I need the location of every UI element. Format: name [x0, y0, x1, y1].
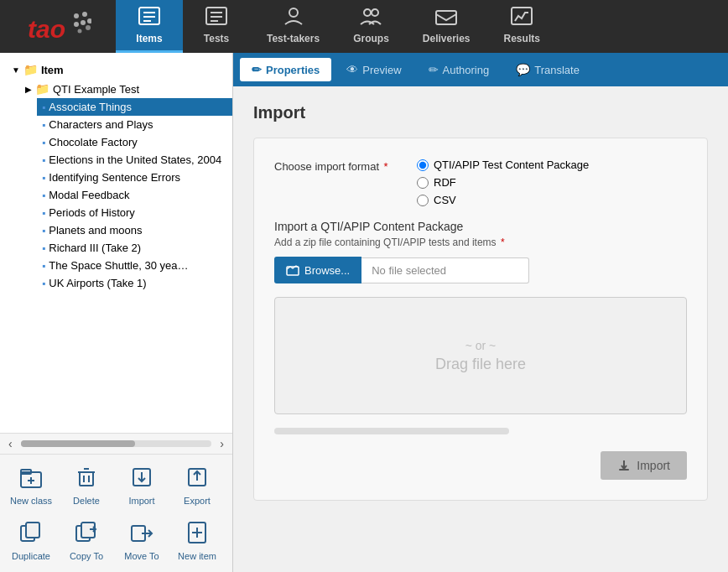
- required-star: *: [381, 160, 388, 173]
- svg-rect-46: [619, 469, 629, 471]
- list-item[interactable]: ▪ Elections in the United States, 2004: [37, 151, 232, 169]
- format-label-text: Choose import format: [274, 160, 379, 173]
- new-class-icon: [19, 465, 43, 494]
- deliveries-icon: [434, 6, 458, 31]
- nav-item-deliveries[interactable]: Deliveries: [406, 0, 487, 53]
- svg-point-6: [86, 25, 91, 30]
- list-item[interactable]: ▪ UK Airports (Take 1): [37, 274, 232, 292]
- item-label: The Space Shuttle, 30 years of adventur: [49, 259, 191, 272]
- doc-icon: ▪: [42, 190, 45, 201]
- list-item[interactable]: ▪ Identifying Sentence Errors: [37, 169, 232, 186]
- radio-group: QTI/APIP Test Content Package RDF CSV: [417, 159, 589, 206]
- scroll-right-btn[interactable]: ›: [215, 435, 229, 452]
- list-item[interactable]: ▪ Modal Feedback: [37, 186, 232, 204]
- list-item[interactable]: ▪ Associate Things: [37, 98, 232, 116]
- authoring-icon: ✏: [429, 63, 439, 76]
- file-name-display: No file selected: [361, 257, 529, 283]
- doc-icon: ▪: [42, 260, 45, 272]
- required-star2: *: [498, 237, 505, 248]
- list-item[interactable]: ▪ The Space Shuttle, 30 years of adventu…: [37, 257, 232, 274]
- list-item[interactable]: ▪ Periods of History: [37, 204, 232, 221]
- tab-authoring[interactable]: ✏ Authoring: [417, 58, 502, 81]
- new-item-icon: [185, 521, 209, 549]
- delete-button[interactable]: Delete: [60, 460, 112, 512]
- section-title: Import a QTI/APIP Content Package: [274, 220, 687, 233]
- main-layout: ▼ 📁 Item ▶ 📁 QTI Example Test ▪: [0, 53, 728, 572]
- import-icon: [130, 465, 153, 494]
- import-action-row: Import: [274, 451, 687, 480]
- doc-icon: ▪: [42, 119, 45, 131]
- export-button[interactable]: Export: [171, 460, 223, 512]
- item-label: Richard III (Take 2): [49, 242, 141, 254]
- nav-item-groups[interactable]: Groups: [336, 0, 406, 53]
- tab-preview-label: Preview: [362, 64, 401, 76]
- radio-csv-label: CSV: [434, 194, 456, 206]
- move-to-icon: [130, 521, 153, 549]
- action-bar: New class Delete Import Export: [0, 454, 232, 572]
- branch-label: QTI Example Test: [53, 83, 139, 96]
- duplicate-label: Duplicate: [12, 551, 50, 561]
- radio-csv-input[interactable]: [417, 195, 429, 206]
- browse-label: Browse...: [304, 264, 350, 277]
- scroll-left-btn[interactable]: ‹: [3, 435, 18, 452]
- svg-rect-25: [80, 472, 93, 486]
- svg-rect-35: [26, 523, 39, 538]
- new-class-button[interactable]: New class: [5, 460, 57, 512]
- item-label: Modal Feedback: [49, 189, 129, 201]
- item-label: Associate Things: [49, 101, 132, 113]
- list-item[interactable]: ▪ Richard III (Take 2): [37, 239, 232, 257]
- doc-icon: ▪: [42, 172, 45, 184]
- copy-to-icon: [75, 521, 98, 549]
- radio-rdf[interactable]: RDF: [417, 176, 589, 189]
- nav-deliveries-label: Deliveries: [423, 33, 471, 44]
- tab-preview[interactable]: 👁 Preview: [335, 58, 413, 81]
- scroll-nav: ‹ ›: [0, 433, 232, 454]
- move-to-button[interactable]: Move To: [116, 515, 168, 567]
- preview-icon: 👁: [346, 63, 358, 76]
- import-button[interactable]: Import: [116, 460, 168, 512]
- svg-point-2: [82, 12, 87, 17]
- content-panel: Import Choose import format * QTI/APIP T…: [233, 86, 728, 572]
- svg-point-3: [87, 18, 91, 23]
- nav-test-takers-label: Test-takers: [267, 33, 320, 44]
- duplicate-button[interactable]: Duplicate: [5, 515, 57, 567]
- import-submit-icon: [617, 459, 631, 472]
- svg-point-5: [74, 22, 79, 27]
- root-label: Item: [41, 64, 64, 76]
- doc-icon: ▪: [42, 101, 45, 113]
- tab-translate[interactable]: 💬 Translate: [504, 58, 591, 81]
- drop-zone[interactable]: ~ or ~ Drag file here: [274, 297, 687, 414]
- tree-branch-item[interactable]: ▶ 📁 QTI Example Test: [20, 80, 232, 98]
- radio-csv[interactable]: CSV: [417, 194, 589, 206]
- nav-item-results[interactable]: Results: [487, 0, 557, 53]
- radio-qti-input[interactable]: [417, 159, 429, 171]
- svg-point-16: [289, 8, 298, 17]
- list-item[interactable]: ▪ Planets and moons: [37, 221, 232, 239]
- radio-qti[interactable]: QTI/APIP Test Content Package: [417, 159, 589, 171]
- tree-items-list: ▪ Associate Things ▪ Characters and Play…: [20, 98, 232, 292]
- copy-to-label: Copy To: [70, 551, 103, 561]
- browse-button[interactable]: Browse...: [274, 257, 361, 283]
- svg-text:tao: tao: [28, 15, 65, 43]
- page-title: Import: [253, 103, 708, 122]
- tree-branch: ▶ 📁 QTI Example Test ▪ Associate Things …: [7, 80, 232, 292]
- list-item[interactable]: ▪ Characters and Plays: [37, 116, 232, 133]
- doc-icon: ▪: [42, 225, 45, 237]
- root-toggle: ▼: [12, 65, 20, 75]
- list-item[interactable]: ▪ Chocolate Factory: [37, 133, 232, 151]
- scroll-thumb: [21, 440, 136, 447]
- svg-point-1: [74, 13, 79, 18]
- format-label: Choose import format *: [274, 159, 417, 173]
- tree-root-item[interactable]: ▼ 📁 Item: [7, 60, 232, 80]
- import-submit-button[interactable]: Import: [601, 451, 687, 480]
- nav-item-items[interactable]: Items: [116, 0, 183, 53]
- tab-properties[interactable]: ✏ Properties: [240, 58, 331, 81]
- new-item-button[interactable]: New item: [171, 515, 223, 567]
- nav-items: Items Tests Test-takers Groups Deliverie…: [116, 0, 728, 53]
- copy-to-button[interactable]: Copy To: [60, 515, 112, 567]
- nav-item-tests[interactable]: Tests: [183, 0, 250, 53]
- nav-items-label: Items: [136, 33, 162, 44]
- radio-rdf-input[interactable]: [417, 177, 429, 189]
- nav-item-test-takers[interactable]: Test-takers: [250, 0, 336, 53]
- nav-tests-label: Tests: [204, 33, 229, 44]
